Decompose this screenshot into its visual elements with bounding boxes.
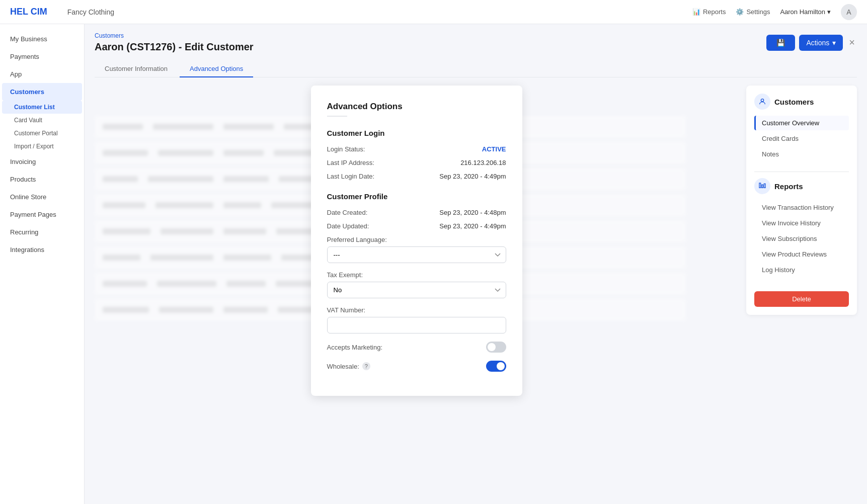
last-ip-value: 216.123.206.18 (460, 159, 506, 166)
sidebar: My Business Payments App Customers Custo… (0, 24, 85, 504)
right-nav-notes[interactable]: Notes (754, 147, 849, 161)
save-button[interactable]: 💾 (766, 35, 795, 51)
svg-rect-3 (764, 184, 765, 188)
reports-icon: 📊 (692, 8, 700, 16)
breadcrumb[interactable]: Customers (95, 32, 254, 39)
sidebar-item-recurring[interactable]: Recurring (2, 223, 82, 241)
vat-number-label: VAT Number: (327, 306, 506, 314)
customer-login-title: Customer Login (327, 129, 506, 137)
user-menu[interactable]: Aaron Hamilton ▾ (780, 8, 831, 16)
right-panel-customers-section: Customers Customer Overview Credit Cards… (754, 94, 849, 161)
customers-panel-icon (754, 94, 770, 110)
close-button[interactable]: × (847, 35, 857, 50)
right-panel-customers-title: Customers (774, 98, 814, 106)
last-login-date-value: Sep 23, 2020 - 4:49pm (439, 173, 506, 180)
content-area: Advanced Options Customer Login Login St… (95, 86, 857, 396)
date-updated-row: Date Updated: Sep 23, 2020 - 4:49pm (327, 222, 506, 230)
company-name: Fancy Clothing (67, 8, 682, 16)
date-updated-value: Sep 23, 2020 - 4:49pm (439, 222, 506, 230)
preferred-language-group: Preferred Language: --- English French S… (327, 236, 506, 263)
accepts-marketing-toggle[interactable] (486, 342, 506, 353)
modal-divider (327, 116, 347, 117)
settings-icon: ⚙️ (736, 8, 744, 16)
login-status-label: Login Status: (327, 145, 365, 153)
wholesale-help-icon[interactable]: ? (362, 362, 370, 370)
sidebar-item-payment-pages[interactable]: Payment Pages (2, 206, 82, 223)
page-header-left: Customers Aaron (CST1276) - Edit Custome… (95, 32, 254, 53)
chevron-down-icon: ▾ (832, 39, 836, 47)
date-created-row: Date Created: Sep 23, 2020 - 4:48pm (327, 209, 506, 216)
actions-button[interactable]: Actions ▾ (799, 35, 843, 51)
accepts-marketing-row: Accepts Marketing: (327, 342, 506, 353)
save-icon: 💾 (776, 39, 785, 47)
settings-link[interactable]: ⚙️ Settings (736, 8, 770, 16)
preferred-language-label: Preferred Language: (327, 236, 506, 243)
date-updated-label: Date Updated: (327, 222, 369, 230)
right-panel-divider (754, 172, 849, 172)
preferred-language-select[interactable]: --- English French Spanish (327, 246, 506, 263)
vat-number-input[interactable] (327, 317, 506, 333)
right-panel-card: Customers Customer Overview Credit Cards… (746, 86, 857, 315)
sidebar-item-integrations[interactable]: Integrations (2, 241, 82, 259)
customer-profile-title: Customer Profile (327, 192, 506, 201)
right-nav-view-invoice-history[interactable]: View Invoice History (754, 216, 849, 230)
right-panel-reports-section: Reports View Transaction History View In… (754, 178, 849, 277)
logo: HEL CIM (10, 7, 47, 17)
nav-right: 📊 Reports ⚙️ Settings Aaron Hamilton ▾ A (692, 4, 857, 20)
sidebar-item-my-business[interactable]: My Business (2, 30, 82, 48)
wholesale-label: Wholesale: ? (327, 362, 370, 370)
top-nav: HEL CIM Fancy Clothing 📊 Reports ⚙️ Sett… (0, 0, 867, 24)
main-content: Customers Aaron (CST1276) - Edit Custome… (85, 24, 867, 504)
tab-advanced-options[interactable]: Advanced Options (180, 61, 253, 77)
last-ip-label: Last IP Address: (327, 159, 374, 166)
right-nav-credit-cards[interactable]: Credit Cards (754, 131, 849, 146)
svg-rect-2 (762, 185, 763, 188)
tax-exempt-select[interactable]: No Yes (327, 282, 506, 298)
right-panel-reports-title: Reports (774, 182, 803, 191)
wholesale-row: Wholesale: ? (327, 361, 506, 372)
tax-exempt-group: Tax Exempt: No Yes (327, 271, 506, 298)
right-nav-customer-overview[interactable]: Customer Overview (754, 116, 849, 130)
last-ip-row: Last IP Address: 216.123.206.18 (327, 159, 506, 166)
sidebar-item-invoicing[interactable]: Invoicing (2, 153, 82, 171)
sidebar-item-app[interactable]: App (2, 65, 82, 83)
last-login-date-row: Last Login Date: Sep 23, 2020 - 4:49pm (327, 173, 506, 180)
sidebar-sub-customer-portal[interactable]: Customer Portal (2, 127, 82, 140)
advanced-options-card: Advanced Options Customer Login Login St… (311, 86, 522, 396)
right-nav-view-subscriptions[interactable]: View Subscriptions (754, 231, 849, 246)
right-panel-reports-header: Reports (754, 178, 849, 194)
page-title: Aaron (CST1276) - Edit Customer (95, 41, 254, 53)
page-header: Customers Aaron (CST1276) - Edit Custome… (95, 32, 857, 53)
delete-button[interactable]: Delete (754, 291, 849, 307)
sidebar-item-products[interactable]: Products (2, 171, 82, 188)
right-nav-view-product-reviews[interactable]: View Product Reviews (754, 247, 849, 262)
avatar[interactable]: A (841, 4, 857, 20)
sidebar-sub-customer-list[interactable]: Customer List (2, 101, 82, 114)
right-panel-customers-header: Customers (754, 94, 849, 110)
wholesale-toggle[interactable] (486, 361, 506, 372)
sidebar-item-payments[interactable]: Payments (2, 48, 82, 65)
svg-rect-1 (759, 183, 761, 188)
sidebar-item-online-store[interactable]: Online Store (2, 188, 82, 206)
last-login-date-label: Last Login Date: (327, 173, 375, 180)
date-created-value: Sep 23, 2020 - 4:48pm (439, 209, 506, 216)
sidebar-sub-import-export[interactable]: Import / Export (2, 140, 82, 153)
vat-number-group: VAT Number: (327, 306, 506, 333)
right-nav-log-history[interactable]: Log History (754, 263, 849, 277)
logo-text: HEL CIM (10, 7, 47, 17)
sidebar-sub-card-vault[interactable]: Card Vault (2, 114, 82, 127)
layout: My Business Payments App Customers Custo… (0, 24, 867, 504)
advanced-options-title: Advanced Options (327, 102, 506, 112)
date-created-label: Date Created: (327, 209, 368, 216)
reports-panel-icon (754, 178, 770, 194)
right-panel: Customers Customer Overview Credit Cards… (746, 86, 857, 396)
right-nav-view-transaction-history[interactable]: View Transaction History (754, 200, 849, 215)
tax-exempt-label: Tax Exempt: (327, 271, 506, 279)
accepts-marketing-label: Accepts Marketing: (327, 344, 383, 351)
reports-link[interactable]: 📊 Reports (692, 8, 726, 16)
login-status-value: ACTIVE (482, 145, 506, 153)
tab-customer-information[interactable]: Customer Information (95, 61, 178, 77)
tabs-bar: Customer Information Advanced Options (95, 61, 857, 77)
sidebar-item-customers[interactable]: Customers (2, 83, 82, 101)
header-actions: 💾 Actions ▾ × (766, 35, 857, 51)
